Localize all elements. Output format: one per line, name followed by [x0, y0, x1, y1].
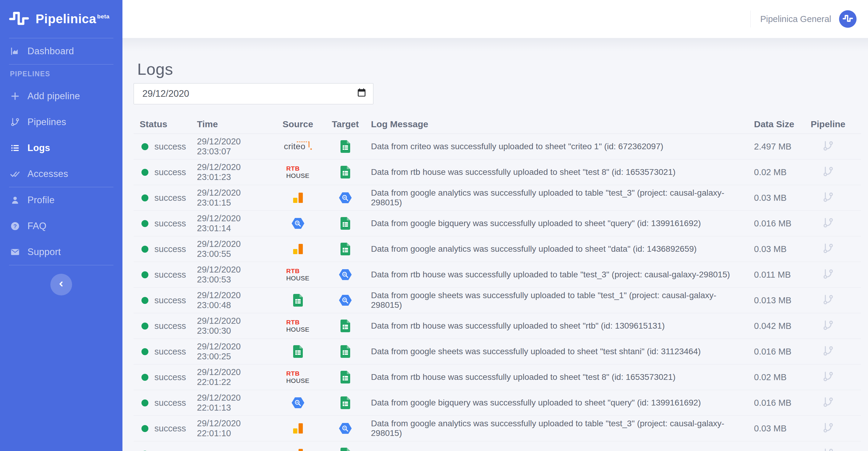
rtb-house-logo: RTBHOUSE [286, 267, 309, 282]
pipeline-link[interactable] [802, 396, 861, 410]
account-avatar[interactable] [839, 10, 857, 28]
pipeline-link[interactable] [802, 268, 861, 282]
status-cell: success [134, 424, 194, 433]
google-analytics-icon [292, 422, 303, 434]
google-bigquery-icon [291, 397, 305, 409]
google-sheets-icon [341, 396, 350, 409]
column-header-time: Time [194, 119, 272, 129]
table-row: success 29/12/2020 22:01:13 Data from go… [134, 390, 861, 416]
sidebar-item-label: Support [27, 247, 61, 257]
status-text: success [154, 270, 186, 280]
sidebar-item-add-pipeline[interactable]: Add pipeline [0, 83, 122, 109]
pipeline-link[interactable] [802, 345, 861, 358]
success-status-dot [142, 399, 148, 407]
log-message: Data from google analytics was successfu… [367, 419, 742, 438]
pipeline-link[interactable] [802, 421, 861, 435]
success-status-dot [142, 297, 148, 304]
log-time: 29/12/2020 23:00:55 [194, 239, 272, 259]
status-cell: success [134, 295, 194, 305]
rtb-house-logo: RTBHOUSE [286, 319, 309, 333]
pipeline-link[interactable] [802, 293, 861, 307]
double-check-icon [10, 169, 20, 179]
pipeline-link[interactable] [802, 165, 861, 179]
log-message: Data from criteo was successfully upload… [367, 142, 742, 151]
pipeline-link[interactable] [802, 242, 861, 256]
google-sheets-icon [293, 345, 303, 358]
status-text: success [154, 244, 186, 254]
log-time: 29/12/2020 23:00:48 [194, 290, 272, 310]
google-bigquery-icon [339, 423, 352, 434]
main-area: Pipelinica General Logs 29/12/2020 Statu… [122, 0, 868, 451]
svg-text:?: ? [13, 223, 17, 229]
data-size: 0.03 MB [742, 244, 802, 254]
rtb-house-logo: RTBHOUSE [286, 165, 309, 180]
account-name[interactable]: Pipelinica General [760, 14, 831, 24]
sidebar-item-profile[interactable]: Profile [0, 187, 122, 213]
pipeline-link[interactable] [802, 217, 861, 230]
date-filter-input[interactable]: 29/12/2020 [134, 83, 373, 104]
google-bigquery-icon [339, 192, 352, 203]
sidebar-item-label: Pipelines [27, 117, 66, 128]
pipeline-link[interactable] [802, 370, 861, 384]
success-status-dot [142, 323, 148, 329]
calendar-icon[interactable] [357, 88, 367, 100]
data-size: 0.042 MB [742, 321, 802, 331]
status-text: success [154, 167, 186, 177]
google-analytics-icon [292, 192, 303, 204]
log-time: 29/12/2020 23:00:30 [194, 316, 272, 336]
plus-icon [10, 91, 20, 101]
pipelinica-logo-icon [9, 11, 29, 27]
target-icon-sheets [324, 217, 367, 230]
status-cell: success [134, 193, 194, 203]
git-branch-icon [823, 370, 834, 384]
data-size: 2.497 MB [742, 142, 802, 152]
google-sheets-icon [341, 448, 350, 451]
source-icon-analytics [272, 192, 324, 204]
log-message: Data from google analytics was successfu… [367, 244, 742, 254]
success-status-dot [142, 374, 148, 381]
pipeline-link[interactable] [802, 447, 861, 451]
git-branch-icon [823, 293, 834, 307]
pipeline-link[interactable] [802, 139, 861, 154]
source-icon-rtbhouse: RTBHOUSE [272, 165, 324, 180]
success-status-dot [142, 348, 148, 355]
question-circle-icon: ? [10, 221, 20, 231]
success-status-dot [142, 246, 148, 253]
status-text: success [154, 398, 186, 408]
sidebar-item-support[interactable]: Support [0, 239, 122, 265]
data-size: 0.016 MB [742, 347, 802, 357]
app-logo[interactable]: Pipelinicabeta [0, 0, 122, 38]
source-icon-rtbhouse: RTBHOUSE [272, 370, 324, 384]
google-sheets-icon [341, 371, 350, 384]
status-cell: success [134, 142, 194, 152]
sidebar-item-accesses[interactable]: Accesses [0, 161, 122, 187]
sidebar-item-label: Accesses [27, 168, 68, 180]
column-header-source: Source [272, 119, 324, 129]
column-header-data-size: Data Size [742, 119, 802, 129]
sidebar-item-label: Dashboard [27, 46, 74, 57]
log-time: 29/12/2020 23:01:15 [194, 188, 272, 208]
status-cell: success [134, 347, 194, 357]
source-icon-bigquery [272, 218, 324, 229]
source-icon-analytics [272, 448, 324, 451]
sidebar-item-dashboard[interactable]: Dashboard [0, 38, 122, 64]
log-message: Data from google analytics was successfu… [367, 188, 742, 207]
google-sheets-icon [341, 140, 350, 153]
pipeline-link[interactable] [802, 191, 861, 205]
sidebar-item-logs[interactable]: Logs [0, 135, 122, 161]
log-time: 29/12/2020 23:00:53 [194, 265, 272, 285]
sidebar-item-pipelines[interactable]: Pipelines [0, 109, 122, 135]
success-status-dot [142, 271, 148, 278]
status-text: success [154, 219, 186, 228]
sidebar-collapse-button[interactable] [50, 274, 72, 295]
topbar: Pipelinica General [122, 0, 868, 38]
column-header-log-message: Log Message [367, 119, 742, 129]
success-status-dot [142, 169, 148, 176]
target-icon-sheets [324, 345, 367, 358]
source-icon-bigquery [272, 397, 324, 409]
data-size: 0.016 MB [742, 398, 802, 408]
sidebar-item-faq[interactable]: ? FAQ [0, 213, 122, 239]
sidebar-item-label: Profile [27, 195, 55, 205]
pipeline-link[interactable] [802, 319, 861, 333]
success-status-dot [142, 425, 148, 432]
